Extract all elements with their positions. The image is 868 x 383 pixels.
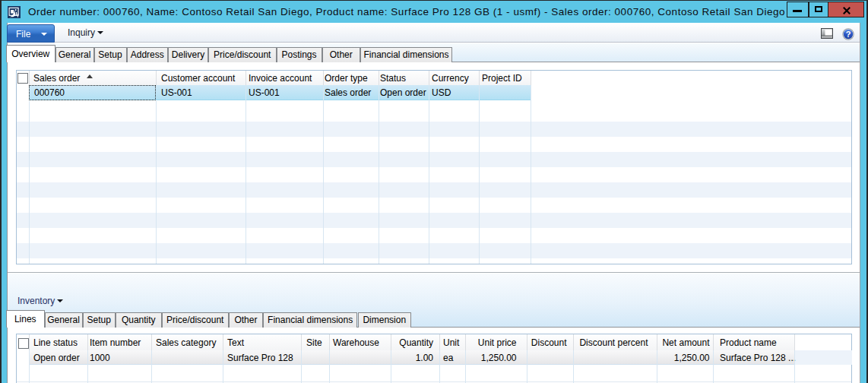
svg-text:?: ? [846,30,851,39]
